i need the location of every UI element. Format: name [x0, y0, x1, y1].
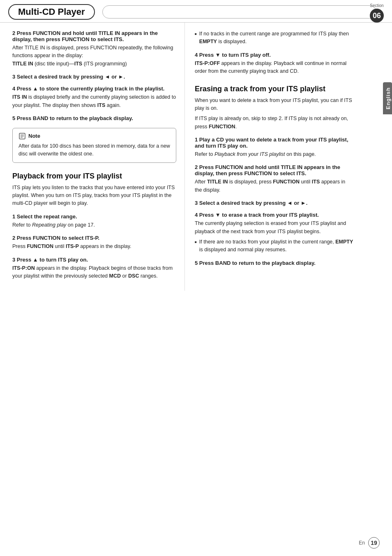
section1-intro: ITS play lets you listen to the tracks t… [12, 184, 176, 208]
pb-step3-mcd: MCD [109, 273, 121, 279]
step4r-itsoff: ITS-P:OFF [195, 60, 220, 66]
bullet1-empty: EMPTY [199, 39, 217, 44]
left-column: 2 Press FUNCTION and hold until TITLE IN… [0, 23, 185, 291]
er-step2-titlein: TITLE IN [207, 179, 228, 185]
er-bullet1-empty: EMPTY [335, 239, 353, 245]
pb-step3-heading: 3 Press ▲ to turn ITS play on. [12, 257, 176, 263]
step4-heading: 4 Press ▲ to store the currently playing… [12, 86, 176, 92]
header-center-decoration [102, 5, 376, 19]
section2-intro1: When you want to delete a track from you… [195, 97, 353, 113]
er-step4-heading: 4 Press ▼ to erase a track from your ITS… [195, 212, 353, 218]
er-bullet1: If there are no tracks from your playlis… [195, 238, 353, 254]
er-step2-func: FUNCTION [273, 179, 300, 185]
step2-heading: 2 Press FUNCTION and hold until TITLE IN… [12, 30, 176, 42]
language-tab: English [383, 82, 392, 114]
step2-body1: After TITLE IN is displayed, press FUNCT… [12, 44, 176, 68]
note-label: Note [28, 133, 40, 139]
pb-step3-body: ITS-P:ON appears in the display. Playbac… [12, 264, 176, 280]
pb-step2-itsp: ITS-P [66, 243, 79, 249]
step3-heading: 3 Select a desired track by pressing ◄ o… [12, 74, 176, 80]
er-step4-body: The currently playing selection is erase… [195, 220, 353, 236]
pb-step2-body: Press FUNCTION until ITS-P appears in th… [12, 243, 176, 250]
page-number: 19 [368, 537, 380, 549]
pb-step3-on: ITS-P:ON [12, 265, 35, 271]
step2-titlein: TITLE IN [12, 61, 33, 67]
er-step1-heading: 1 Play a CD you want to delete a track f… [195, 137, 353, 149]
er-step5-heading: 5 Press BAND to return to the playback d… [195, 260, 353, 266]
note-box: Note After data for 100 discs has been s… [12, 128, 176, 163]
step4-itsin: ITS IN [12, 94, 27, 100]
bullet1: If no tracks in the current range are pr… [195, 30, 353, 46]
pb-step1-refer: Repeating play [32, 222, 66, 228]
step4-body: ITS IN is displayed briefly and the curr… [12, 93, 176, 109]
pb-step2-func: FUNCTION [27, 243, 53, 249]
section-label: Section [370, 3, 383, 8]
section2-heading: Erasing a track from your ITS playlist [195, 85, 353, 93]
page-title: Multi-CD Player [18, 7, 85, 17]
main-content: 2 Press FUNCTION and hold until TITLE IN… [0, 23, 392, 291]
pb-step1-heading: 1 Select the repeat range. [12, 213, 176, 220]
er-step3-heading: 3 Select a desired track by pressing ◄ o… [195, 200, 353, 206]
right-column: If no tracks in the current range are pr… [185, 23, 374, 291]
page-header: Multi-CD Player Section 06 [0, 0, 392, 23]
footer-en-label: En [359, 540, 365, 546]
section2-intro2: If ITS play is already on, skip to step … [195, 115, 353, 131]
step4r-body: ITS-P:OFF appears in the display. Playba… [195, 60, 353, 76]
section2-func: FUNCTION [209, 124, 235, 130]
section1-heading: Playback from your ITS playlist [12, 172, 176, 181]
er-step1-body: Refer to Playback from your ITS playlist… [195, 151, 353, 158]
note-header: Note [18, 132, 170, 140]
step4-its: ITS [97, 102, 105, 108]
section-number: 06 [370, 9, 384, 23]
pb-step1-body: Refer to Repeating play on page 17. [12, 221, 176, 229]
note-icon [18, 132, 26, 140]
pb-step3-dsc: DSC [128, 273, 139, 279]
section-box: Section 06 [370, 3, 384, 23]
er-step1-refer: Playback from your ITS playlist [214, 151, 285, 157]
note-body: After data for 100 discs has been stored… [18, 142, 170, 158]
pb-step2-heading: 2 Press FUNCTION to select ITS-P. [12, 235, 176, 241]
step5-heading: 5 Press BAND to return to the playback d… [12, 115, 176, 121]
title-box: Multi-CD Player [8, 4, 95, 20]
er-step2-body: After TITLE IN is displayed, press FUNCT… [195, 178, 353, 194]
step2-its: ITS [74, 61, 82, 67]
er-step2-heading: 2 Press FUNCTION and hold until TITLE IN… [195, 164, 353, 176]
step4r-heading: 4 Press ▼ to turn ITS play off. [195, 52, 353, 58]
page-footer: En 19 [359, 537, 380, 549]
er-step2-its: ITS [312, 179, 320, 185]
